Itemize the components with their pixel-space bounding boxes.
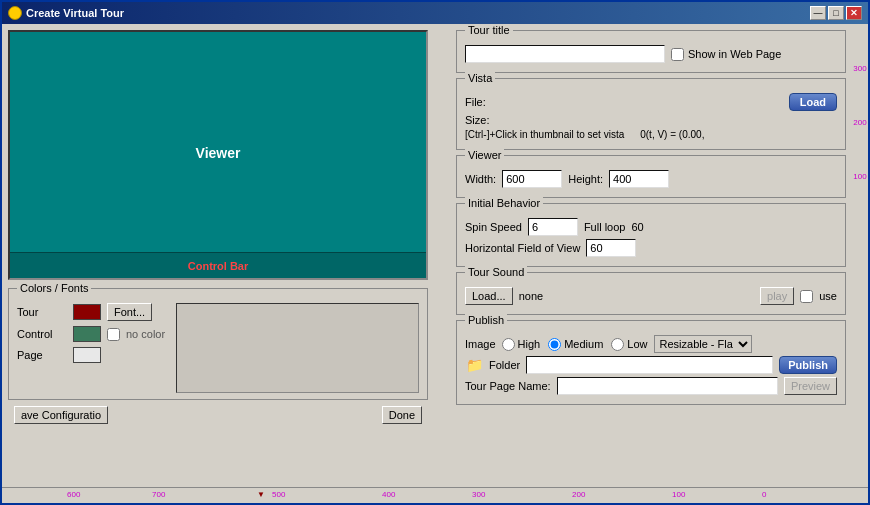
tour-color-swatch[interactable] xyxy=(73,304,101,320)
tour-title-input[interactable] xyxy=(465,45,665,63)
font-button[interactable]: Font... xyxy=(107,303,152,321)
ruler-tick-100: 100 xyxy=(853,172,866,181)
height-input[interactable] xyxy=(609,170,669,188)
ruler-tick-400: 400 xyxy=(382,490,395,499)
app-icon xyxy=(8,6,22,20)
ruler-tick-700: 700 xyxy=(152,490,165,499)
control-color-swatch[interactable] xyxy=(73,326,101,342)
folder-input[interactable] xyxy=(526,356,773,374)
control-bar-text: Control Bar xyxy=(188,260,249,272)
ruler-tick-100b: 100 xyxy=(672,490,685,499)
show-web-checkbox-row: Show in Web Page xyxy=(671,48,781,61)
tour-title-section: Tour title Show in Web Page xyxy=(456,30,846,73)
control-color-row: Control no color xyxy=(17,326,172,342)
control-color-label: Control xyxy=(17,328,67,340)
vista-file-row: File: Load xyxy=(465,93,837,111)
main-content: Viewer Control Bar Colors / Fonts Tour F… xyxy=(2,24,868,487)
tour-title-section-label: Tour title xyxy=(465,24,513,36)
vista-size-label: Size: xyxy=(465,114,489,126)
colors-fonts-label: Colors / Fonts xyxy=(17,282,91,294)
low-label: Low xyxy=(627,338,647,350)
tour-sound-row: Load... none play use xyxy=(465,287,837,305)
spin-speed-input[interactable] xyxy=(528,218,578,236)
bottom-ruler: 600 700 ▼ 500 400 300 200 100 0 xyxy=(2,487,868,503)
viewer-settings-label: Viewer xyxy=(465,149,504,161)
page-color-row: Page xyxy=(17,347,172,363)
viewer-label: Viewer xyxy=(196,145,241,161)
high-label: High xyxy=(518,338,541,350)
publish-button[interactable]: Publish xyxy=(779,356,837,374)
tour-page-name-input[interactable] xyxy=(557,377,778,395)
cf-left: Tour Font... Control no color xyxy=(17,303,172,393)
window-title: Create Virtual Tour xyxy=(26,7,124,19)
title-bar-left: Create Virtual Tour xyxy=(8,6,124,20)
minimize-button[interactable]: — xyxy=(810,6,826,20)
sound-use-checkbox[interactable] xyxy=(800,290,813,303)
low-radio[interactable] xyxy=(611,338,624,351)
vista-hint-text: [Ctrl-]+Click in thumbnail to set vista xyxy=(465,129,624,140)
control-no-color-checkbox[interactable] xyxy=(107,328,120,341)
medium-radio[interactable] xyxy=(548,338,561,351)
tour-page-name-label: Tour Page Name: xyxy=(465,380,551,392)
show-in-web-checkbox[interactable] xyxy=(671,48,684,61)
high-radio[interactable] xyxy=(502,338,515,351)
image-quality-row: Image High Medium Low xyxy=(465,335,837,353)
save-config-button[interactable]: ave Configuratio xyxy=(14,406,108,424)
medium-radio-item: Medium xyxy=(548,338,603,351)
ruler-tick-500: 500 xyxy=(272,490,285,499)
title-buttons: — □ ✕ xyxy=(810,6,862,20)
maximize-button[interactable]: □ xyxy=(828,6,844,20)
ruler-tick-200b: 200 xyxy=(572,490,585,499)
done-button[interactable]: Done xyxy=(382,406,422,424)
sound-use-label: use xyxy=(819,290,837,302)
publish-section: Publish Image High Medium xyxy=(456,320,846,405)
vista-section: Vista File: Load Size: [Ctrl-]+Click in … xyxy=(456,78,846,150)
vista-file-label: File: xyxy=(465,96,486,108)
vista-coords-text: 0(t, V) = (0.00, xyxy=(640,129,704,140)
preview-button[interactable]: Preview xyxy=(784,377,837,395)
low-radio-item: Low xyxy=(611,338,647,351)
tour-sound-section: Tour Sound Load... none play use xyxy=(456,272,846,315)
width-label: Width: xyxy=(465,173,496,185)
ruler-tick-300b: 300 xyxy=(472,490,485,499)
tour-title-row: Show in Web Page xyxy=(465,45,837,63)
image-label: Image xyxy=(465,338,496,350)
vista-load-button[interactable]: Load xyxy=(789,93,837,111)
height-label: Height: xyxy=(568,173,603,185)
vista-section-label: Vista xyxy=(465,72,495,84)
vista-size-row: Size: xyxy=(465,114,837,126)
page-color-swatch[interactable] xyxy=(73,347,101,363)
sound-load-button[interactable]: Load... xyxy=(465,287,513,305)
tour-sound-label: Tour Sound xyxy=(465,266,527,278)
spin-speed-row: Spin Speed Full loop 60 xyxy=(465,218,837,236)
close-button[interactable]: ✕ xyxy=(846,6,862,20)
full-loop-value: 60 xyxy=(631,221,643,233)
control-bar: Control Bar xyxy=(10,252,426,278)
ruler-tick-600: 600 xyxy=(67,490,80,499)
hfov-input[interactable] xyxy=(586,239,636,257)
left-panel: Viewer Control Bar Colors / Fonts Tour F… xyxy=(2,24,452,487)
thumbnail-area[interactable] xyxy=(176,303,419,393)
ruler-tick-300: 300 xyxy=(853,64,866,73)
main-window: Create Virtual Tour — □ ✕ Viewer Control… xyxy=(0,0,870,505)
initial-behavior-label: Initial Behavior xyxy=(465,197,543,209)
full-loop-label: Full loop xyxy=(584,221,626,233)
high-radio-item: High xyxy=(502,338,541,351)
hfov-row: Horizontal Field of View xyxy=(465,239,837,257)
folder-icon[interactable]: 📁 xyxy=(465,358,483,372)
viewer-settings-section: Viewer Width: Height: xyxy=(456,155,846,198)
colors-fonts-panel: Colors / Fonts Tour Font... Control xyxy=(8,288,428,400)
folder-row: 📁 Folder Publish xyxy=(465,356,837,374)
medium-label: Medium xyxy=(564,338,603,350)
ruler-triangle-down: ▼ xyxy=(257,490,265,499)
sound-play-button[interactable]: play xyxy=(760,287,794,305)
ruler-tick-200: 200 xyxy=(853,118,866,127)
image-quality-radio-group: High Medium Low xyxy=(502,338,648,351)
page-color-label: Page xyxy=(17,349,67,361)
title-bar: Create Virtual Tour — □ ✕ xyxy=(2,2,868,24)
tour-color-row: Tour Font... xyxy=(17,303,172,321)
sound-none-label: none xyxy=(519,290,543,302)
width-input[interactable] xyxy=(502,170,562,188)
resizable-dropdown[interactable]: Resizable - Fla xyxy=(654,335,752,353)
publish-section-label: Publish xyxy=(465,314,507,326)
